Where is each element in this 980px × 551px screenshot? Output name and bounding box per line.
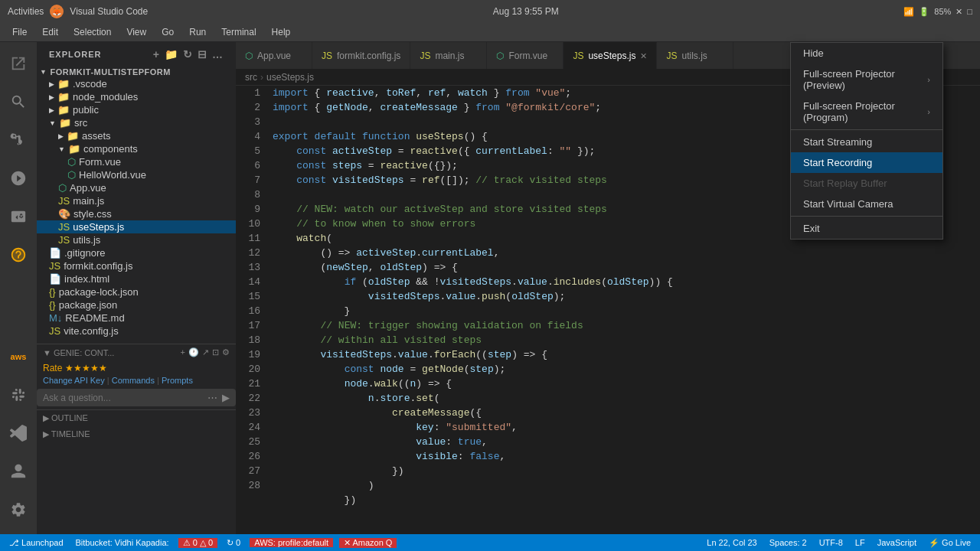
tab-app-vue[interactable]: ⬡ App.vue	[236, 42, 312, 69]
tab-form-vue[interactable]: ⬡ Form.vue	[487, 42, 564, 69]
file-style-css[interactable]: 🎨 style.css	[37, 207, 236, 220]
activity-extensions[interactable]	[0, 198, 37, 235]
genie-change-api[interactable]: Change API Key	[43, 376, 105, 385]
genie-panel-header[interactable]: ▼ GENIE: CONT... + 🕐 ↗ ⊡ ⚙	[37, 344, 236, 360]
menu-view[interactable]: View	[120, 25, 152, 39]
folder-icon-assets: 📁	[67, 130, 79, 142]
breadcrumb-src[interactable]: src	[245, 72, 257, 83]
menu-start-streaming[interactable]: Start Streaming	[791, 132, 942, 152]
activity-account[interactable]	[0, 453, 37, 490]
menu-start-virtual-camera[interactable]: Start Virtual Camera	[791, 194, 942, 214]
file-formkit-config[interactable]: JS formkit.config.js	[37, 259, 236, 272]
genie-input[interactable]	[43, 393, 203, 403]
genie-export-icon[interactable]: ↗	[202, 347, 209, 357]
menu-go[interactable]: Go	[155, 25, 180, 39]
folder-node-modules[interactable]: ▶ 📁 node_modules	[37, 90, 236, 103]
menu-fullscreen-preview[interactable]: Full-screen Projector (Preview) ›	[791, 64, 942, 96]
new-folder-icon[interactable]: 📁	[165, 48, 178, 60]
outline-header[interactable]: ▶ OUTLINE	[37, 409, 236, 426]
menu-edit[interactable]: Edit	[36, 25, 64, 39]
app-icon: 🦊	[50, 5, 64, 18]
menu-terminal[interactable]: Terminal	[215, 25, 262, 39]
activity-run[interactable]	[0, 160, 37, 197]
file-vite-config[interactable]: JS vite.config.js	[37, 324, 236, 337]
status-branch[interactable]: ⎇ Launchpad	[6, 538, 67, 548]
icon-usesteps-js: JS	[58, 221, 70, 233]
close-icon[interactable]: ✕	[956, 7, 962, 17]
activity-slack[interactable]	[0, 377, 37, 413]
menu-file[interactable]: File	[6, 25, 33, 39]
file-app-vue[interactable]: ⬡ App.vue	[37, 181, 236, 194]
status-amazon-q[interactable]: ✕ Amazon Q	[339, 538, 397, 548]
genie-settings-icon[interactable]: ⚙	[222, 347, 230, 357]
status-bitbucket[interactable]: Bitbucket: Vidhi Kapadia:	[73, 538, 172, 547]
folder-node-label: node_modules	[73, 91, 138, 103]
genie-menu-icon[interactable]: ⋯	[207, 392, 217, 403]
maximize-icon[interactable]: □	[967, 7, 972, 16]
genie-add-icon[interactable]: +	[181, 347, 185, 357]
project-root[interactable]: ▼ FORMKIT-MULTISTEPFORM	[37, 67, 236, 77]
new-file-icon[interactable]: +	[153, 48, 160, 60]
status-sync[interactable]: ↻ 0	[224, 538, 243, 548]
file-package-lock[interactable]: {} package-lock.json	[37, 285, 236, 298]
tab-main-js[interactable]: JS main.js	[410, 42, 487, 69]
folder-public[interactable]: ▶ 📁 public	[37, 103, 236, 116]
menu-exit[interactable]: Exit	[791, 218, 942, 239]
file-form-vue[interactable]: ⬡ Form.vue	[37, 155, 236, 168]
file-gitignore[interactable]: 📄 .gitignore	[37, 246, 236, 259]
collapse-icon[interactable]: ⊟	[198, 48, 207, 60]
menu-hide[interactable]: Hide	[791, 43, 942, 64]
genie-commands[interactable]: Commands	[112, 376, 155, 385]
file-helloworld-vue[interactable]: ⬡ HelloWorld.vue	[37, 168, 236, 181]
file-utils-js[interactable]: JS utils.js	[37, 233, 236, 246]
activity-source-control[interactable]	[0, 122, 37, 158]
status-aws[interactable]: AWS: profile:default	[250, 538, 333, 547]
genie-send-icon[interactable]: ▶	[222, 392, 230, 403]
genie-stop-icon[interactable]: ⊡	[212, 347, 219, 357]
breadcrumb-file[interactable]: useSteps.js	[266, 72, 314, 83]
icon-readme: M↓	[49, 312, 62, 324]
status-position[interactable]: Ln 22, Col 23	[704, 538, 760, 547]
folder-src[interactable]: ▼ 📁 src	[37, 116, 236, 129]
activity-aws[interactable]: aws	[0, 338, 37, 375]
folder-components[interactable]: ▼ 📁 components	[37, 142, 236, 155]
status-encoding[interactable]: UTF-8	[816, 538, 846, 547]
tab-utils[interactable]: JS utils.js	[657, 42, 733, 69]
folder-assets[interactable]: ▶ 📁 assets	[37, 129, 236, 142]
icon-helloworld-vue: ⬡	[67, 169, 76, 181]
refresh-icon[interactable]: ↻	[183, 48, 193, 60]
file-package-json[interactable]: {} package.json	[37, 298, 236, 311]
file-readme[interactable]: M↓ README.md	[37, 311, 236, 324]
menu-selection[interactable]: Selection	[67, 25, 117, 39]
status-eol[interactable]: LF	[852, 538, 868, 547]
status-spaces[interactable]: Spaces: 2	[766, 538, 810, 547]
menu-start-recording[interactable]: Start Recording	[791, 152, 942, 173]
tab-formkit-config[interactable]: JS formkit.config.js	[312, 42, 410, 69]
menu-run[interactable]: Run	[183, 25, 212, 39]
file-main-js[interactable]: JS main.js	[37, 194, 236, 207]
activities-label[interactable]: Activities	[8, 6, 44, 17]
tab-close-usesteps[interactable]: ✕	[640, 51, 647, 61]
file-index-html[interactable]: 📄 index.html	[37, 272, 236, 285]
timeline-header[interactable]: ▶ TIMELINE	[37, 426, 236, 442]
activity-settings[interactable]	[0, 491, 37, 528]
menu-help[interactable]: Help	[266, 25, 297, 39]
genie-prompts[interactable]: Prompts	[162, 376, 193, 385]
file-usesteps-js[interactable]: JS useSteps.js	[37, 220, 236, 233]
menu-fullscreen-program[interactable]: Full-screen Projector (Program) ›	[791, 96, 942, 128]
status-language[interactable]: JavaScript	[874, 538, 920, 547]
activity-search[interactable]	[0, 83, 37, 120]
icon-index-html: 📄	[49, 273, 61, 285]
status-errors[interactable]: ⚠ 0 △ 0	[178, 538, 217, 548]
hide-label: Hide	[803, 47, 824, 59]
activity-vscode-icon[interactable]	[0, 415, 37, 452]
activity-explorer[interactable]	[0, 45, 37, 82]
tab-label-formkit: formkit.config.js	[337, 51, 400, 61]
activity-genie[interactable]	[0, 236, 37, 273]
tab-usesteps[interactable]: JS useSteps.js ✕	[564, 42, 657, 69]
status-golive[interactable]: ⚡ Go Live	[926, 538, 974, 548]
more-icon[interactable]: …	[212, 48, 224, 60]
genie-history-icon[interactable]: 🕐	[188, 347, 199, 357]
file-gitignore-label: .gitignore	[64, 247, 105, 259]
folder-vscode[interactable]: ▶ 📁 .vscode	[37, 77, 236, 90]
